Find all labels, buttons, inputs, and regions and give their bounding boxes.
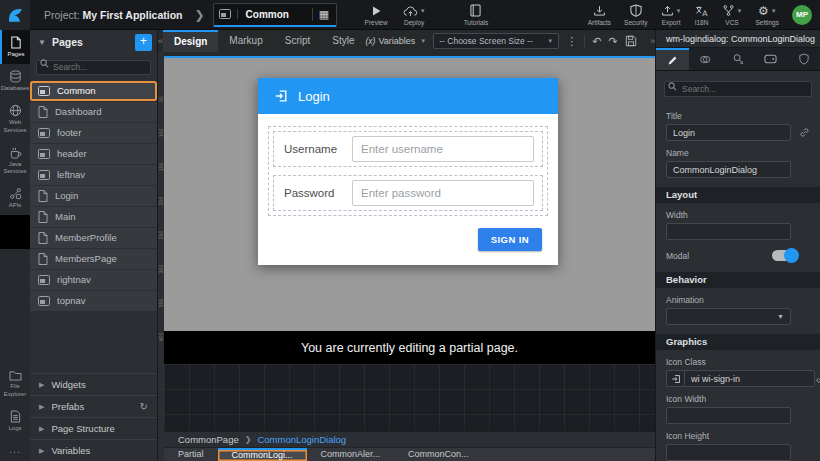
bottom-tab-commonconfirmdialog[interactable]: CommonCon... [394,448,483,461]
login-dialog-body: Username Password SIGN IN [258,114,558,265]
sidebar-item-web-services[interactable]: Web Services [0,98,30,139]
section-variables[interactable]: ▶ Variables [30,439,157,461]
sign-in-icon [274,89,288,103]
security-button[interactable]: Security [624,4,647,26]
pages-panel-header[interactable]: ▼ Pages + [30,30,157,54]
events-icon [732,53,744,65]
breadcrumb: CommonPage ❯ CommonLoginDialog [164,431,655,447]
username-label: Username [274,143,352,155]
password-field-row[interactable]: Password [273,175,543,211]
branch-icon [722,4,735,17]
tab-styles[interactable] [689,48,722,70]
canvas-stage[interactable]: Login Username Password [164,56,655,331]
user-avatar[interactable]: MP [792,5,812,25]
title-field-label: Title [666,111,810,121]
screen-size-select[interactable]: -- Choose Screen Size -- ▼ [433,33,559,49]
breadcrumb-current[interactable]: CommonLoginDialog [257,434,346,445]
page-item-leftnav[interactable]: leftnav [30,165,157,186]
download-tray-icon [593,4,606,18]
icon-height-input[interactable] [666,444,791,461]
variables-icon: (x) [366,36,376,46]
page-item-dashboard[interactable]: Dashboard [30,102,157,123]
username-field-row[interactable]: Username [273,131,543,167]
pencil-icon [667,55,678,66]
title-field-input[interactable] [666,124,791,141]
topbar-actions-right: Artifacts Security ▼ Export A [588,4,820,26]
animation-select[interactable]: ▼ [666,308,791,325]
page-item-footer[interactable]: footer [30,123,157,144]
pages-panel-title: Pages [52,36,135,48]
name-field-label: Name [666,148,810,158]
modal-toggle[interactable] [772,250,797,261]
bind-icon[interactable] [799,127,810,138]
preview-button[interactable]: Preview [365,4,388,26]
icon-class-input[interactable] [684,370,815,387]
vcs-button[interactable]: ▼ VCS [722,4,743,26]
artifacts-button[interactable]: Artifacts [588,4,611,26]
form-fields-container[interactable]: Username Password [268,126,548,216]
page-item-topnav[interactable]: topnav [30,291,157,312]
sign-in-button[interactable]: SIGN IN [478,228,542,251]
login-dialog[interactable]: Login Username Password [258,78,558,265]
more-menu-button[interactable]: ... [0,438,30,461]
password-input[interactable] [352,180,534,206]
export-button[interactable]: ▼ Export [661,4,682,26]
tab-style[interactable]: Style [321,30,365,52]
page-item-main[interactable]: Main [30,207,157,228]
bottom-tab-partial[interactable]: Partial [164,448,218,461]
refresh-icon[interactable]: ↻ [140,401,148,412]
width-field-input[interactable] [666,223,791,240]
sidebar-item-databases[interactable]: Databases [0,64,30,98]
deploy-button[interactable]: ▼ Deploy [403,4,426,26]
page-item-memberprofile[interactable]: MemberProfile [30,228,157,249]
bind-icon[interactable] [815,373,820,384]
tab-script[interactable]: Script [274,30,322,52]
wavemaker-logo[interactable] [0,0,30,30]
username-input[interactable] [352,136,534,162]
partial-icon [38,128,50,138]
tab-properties[interactable] [656,48,689,70]
name-field-input[interactable] [666,161,791,178]
kebab-menu-icon[interactable]: ⋮ [566,33,577,49]
page-item-header[interactable]: header [30,144,157,165]
tab-design[interactable]: Design [163,30,218,52]
sidebar-item-java-services[interactable]: Java Services [0,140,30,181]
sidebar-item-file-explorer[interactable]: File Explorer [0,364,30,403]
partial-icon [38,170,50,180]
login-dialog-header[interactable]: Login [258,78,558,114]
tab-security[interactable] [787,48,820,70]
workspace: « Design Markup Script Style (x) Variabl… [158,30,655,461]
pages-search-input[interactable] [36,60,151,75]
redo-icon[interactable]: ↷ [608,33,617,49]
tab-events[interactable] [722,48,755,70]
sidebar-item-pages[interactable]: Pages [0,30,30,64]
variables-menu[interactable]: (x) Variables ▼ [366,36,427,46]
icon-width-input[interactable] [666,407,791,424]
section-page-structure[interactable]: ▶ Page Structure [30,417,157,439]
section-prefabs[interactable]: ▶ Prefabs ↻ [30,395,157,417]
save-icon[interactable] [625,35,637,47]
canvas-grid-area[interactable] [164,364,655,431]
grid-view-icon[interactable]: ▦ [312,8,336,21]
page-item-memberspage[interactable]: MembersPage [30,249,157,270]
chevron-right-icon: ▶ [39,447,44,455]
bottom-tab-commonlogindialog[interactable]: CommonLogi... [218,448,307,461]
sidebar-item-apis[interactable]: APIs [0,181,30,215]
chevron-right-icon: ❯ [245,435,252,444]
breadcrumb-parent[interactable]: CommonPage [178,434,239,445]
i18n-button[interactable]: A I18N [695,4,709,26]
page-item-login[interactable]: Login [30,186,157,207]
tutorials-button[interactable]: Tutorials [464,4,489,26]
tab-device[interactable] [754,48,787,70]
section-widgets[interactable]: ▶ Widgets [30,373,157,395]
properties-search-input[interactable] [664,81,812,97]
page-item-common[interactable]: Common [30,81,157,102]
page-item-rightnav[interactable]: rightnav [30,270,157,291]
settings-button[interactable]: ⚙ ▼ Settings [756,4,780,26]
bottom-tab-commonalertdialog[interactable]: CommonAler... [307,448,395,461]
tab-markup[interactable]: Markup [218,30,273,52]
sidebar-item-logs[interactable]: Logs [0,404,30,438]
undo-icon[interactable]: ↶ [592,33,601,49]
add-page-button[interactable]: + [135,34,152,51]
page-selector-dropdown[interactable]: Common ▦ [213,3,337,27]
